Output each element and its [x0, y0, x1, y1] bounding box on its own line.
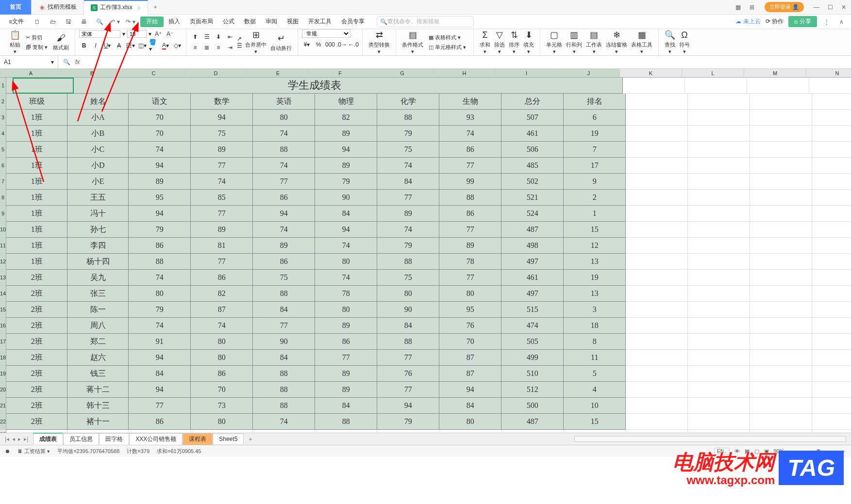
data-cell[interactable]: 77 — [191, 206, 253, 222]
data-cell[interactable]: 91 — [129, 334, 191, 350]
col-header-N[interactable]: N — [806, 69, 851, 77]
menu-vip[interactable]: 会员专享 — [336, 15, 369, 29]
data-cell[interactable]: 10 — [564, 398, 626, 414]
data-cell[interactable]: 2班 — [6, 366, 67, 382]
data-cell[interactable]: 94 — [129, 158, 191, 174]
coop-button[interactable]: ⟳ 协作 — [766, 17, 784, 26]
data-cell[interactable]: 89 — [253, 238, 315, 254]
data-cell[interactable]: 500 — [501, 398, 564, 414]
data-cell[interactable]: 84 — [253, 350, 315, 366]
undo-icon[interactable]: ↶ ▾ — [110, 17, 120, 27]
sum-button[interactable]: Σ求和▾ — [478, 29, 492, 55]
data-cell[interactable]: 王五 — [67, 190, 129, 206]
menu-insert[interactable]: 插入 — [164, 15, 185, 29]
grid-icon[interactable]: ▦ — [734, 2, 743, 12]
status-record-icon[interactable]: ⏺ — [5, 448, 10, 454]
maximize-icon[interactable]: ☐ — [825, 2, 835, 12]
data-cell[interactable]: 82 — [191, 286, 253, 302]
data-cell[interactable]: 80 — [377, 286, 439, 302]
print-icon[interactable]: 🖶 — [79, 17, 89, 27]
data-cell[interactable]: 杨十四 — [67, 254, 129, 270]
data-cell[interactable]: 2班 — [6, 398, 67, 414]
row-header-18[interactable]: 18 — [0, 350, 6, 366]
h-scrollbar[interactable] — [574, 436, 846, 442]
data-cell[interactable]: 70 — [439, 334, 501, 350]
data-cell[interactable]: 76 — [439, 318, 501, 334]
data-cell[interactable]: 77 — [253, 174, 315, 190]
data-cell[interactable]: 86 — [129, 238, 191, 254]
row-header-21[interactable]: 21 — [0, 398, 6, 414]
data-cell[interactable]: 1班 — [6, 190, 67, 206]
data-cell[interactable]: 褚十一 — [67, 414, 129, 430]
data-cell[interactable]: 76 — [377, 366, 439, 382]
menu-layout[interactable]: 页面布局 — [185, 15, 218, 29]
rowcol-button[interactable]: ▥行和列▾ — [564, 29, 584, 55]
data-cell[interactable]: 86 — [439, 142, 501, 158]
data-cell[interactable]: 88 — [377, 334, 439, 350]
data-cell[interactable]: 74 — [191, 174, 253, 190]
row-header-12[interactable]: 12 — [0, 254, 6, 270]
data-cell[interactable]: 2班 — [6, 302, 67, 318]
font-name-select[interactable] — [79, 30, 120, 38]
wrap-button[interactable]: ↵自动换行 — [268, 29, 294, 55]
data-cell[interactable]: 84 — [377, 318, 439, 334]
data-cell[interactable]: 9 — [564, 174, 626, 190]
name-box[interactable]: A1▾ — [0, 56, 58, 68]
data-cell[interactable]: 88 — [377, 254, 439, 270]
data-cell[interactable]: 小D — [67, 158, 129, 174]
sheet-tab-2[interactable]: 田字格 — [99, 433, 129, 445]
table-tool-button[interactable]: ▦表格工具▾ — [629, 29, 654, 55]
data-cell[interactable]: 80 — [253, 110, 315, 126]
data-cell[interactable]: 1班 — [6, 142, 67, 158]
data-cell[interactable]: 15 — [564, 414, 626, 430]
preview-icon[interactable]: 🔍 — [95, 17, 104, 27]
data-cell[interactable]: 77 — [129, 398, 191, 414]
fx-search-icon[interactable]: 🔍 — [63, 59, 70, 65]
data-cell[interactable]: 86 — [191, 366, 253, 382]
data-cell[interactable]: 74 — [439, 126, 501, 142]
data-cell[interactable]: 94 — [191, 110, 253, 126]
align-right-icon[interactable]: ≡ — [214, 43, 223, 52]
col-header-D[interactable]: D — [185, 69, 247, 77]
row-header-7[interactable]: 7 — [0, 174, 6, 190]
font-color-icon[interactable]: A▾ — [161, 41, 170, 50]
data-cell[interactable]: 2班 — [6, 350, 67, 366]
border-icon[interactable]: 田▾ — [126, 41, 135, 50]
orient-icon[interactable]: ↗☰ — [236, 37, 243, 47]
sheet-next-icon[interactable]: ▸ — [18, 436, 21, 442]
data-cell[interactable]: 88 — [315, 414, 377, 430]
data-cell[interactable]: 84 — [439, 398, 501, 414]
data-cell[interactable]: 77 — [439, 222, 501, 238]
data-cell[interactable]: 郑二 — [67, 334, 129, 350]
data-cell[interactable]: 77 — [439, 270, 501, 286]
data-cell[interactable]: 19 — [564, 126, 626, 142]
data-cell[interactable]: 6 — [564, 110, 626, 126]
cut-button[interactable]: ✂ 剪切 — [24, 33, 49, 42]
data-cell[interactable]: 75 — [377, 142, 439, 158]
data-cell[interactable]: 90 — [377, 302, 439, 318]
col-header-C[interactable]: C — [123, 69, 185, 77]
data-cell[interactable]: 15 — [564, 222, 626, 238]
col-header-I[interactable]: I — [496, 69, 558, 77]
sheet-tab-1[interactable]: 员工信息 — [63, 433, 99, 445]
data-cell[interactable]: 小E — [67, 174, 129, 190]
data-cell[interactable]: 11 — [564, 350, 626, 366]
row-header-20[interactable]: 20 — [0, 382, 6, 398]
header-cell[interactable]: 排名 — [564, 94, 626, 110]
data-cell[interactable]: 赵六 — [67, 350, 129, 366]
menu-formula[interactable]: 公式 — [218, 15, 239, 29]
row-header-5[interactable]: 5 — [0, 142, 6, 158]
clear-format-icon[interactable]: ◇▾ — [172, 41, 182, 50]
data-cell[interactable]: 1班 — [6, 174, 67, 190]
data-cell[interactable]: 94 — [253, 206, 315, 222]
data-cell[interactable]: 87 — [439, 350, 501, 366]
data-cell[interactable]: 2班 — [6, 414, 67, 430]
sheet-tab-4[interactable]: 课程表 — [183, 433, 213, 445]
filter-button[interactable]: ▽筛选▾ — [492, 29, 507, 55]
row-header-15[interactable]: 15 — [0, 302, 6, 318]
col-header-G[interactable]: G — [371, 69, 434, 77]
align-top-icon[interactable]: ⬆ — [190, 32, 200, 42]
data-cell[interactable]: 冯十 — [67, 206, 129, 222]
data-cell[interactable]: 80 — [439, 414, 501, 430]
col-header-F[interactable]: F — [309, 69, 371, 77]
